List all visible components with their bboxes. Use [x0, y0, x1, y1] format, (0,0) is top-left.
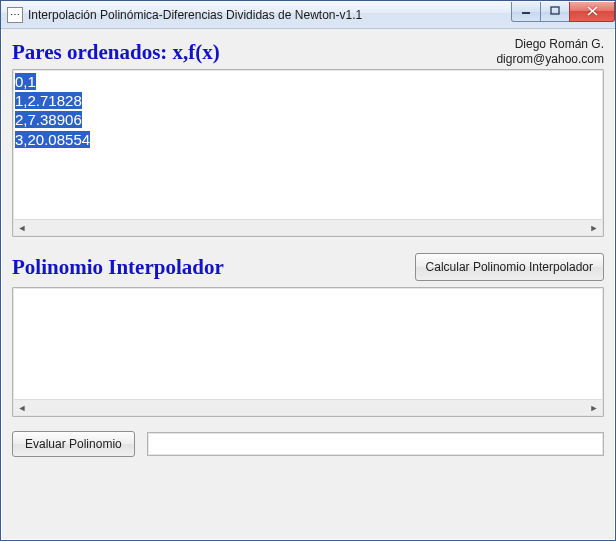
window-title: Interpolación Polinómica-Diferencias Div… — [28, 8, 512, 22]
pairs-line[interactable]: 0,1 — [15, 73, 36, 90]
pairs-textbox[interactable]: 0,11,2.718282,7.389063,20.08554 ◄ ► — [12, 69, 604, 237]
scroll-right-icon[interactable]: ► — [586, 400, 602, 415]
poly-hscrollbar[interactable]: ◄ ► — [14, 399, 602, 415]
scroll-right-icon[interactable]: ► — [586, 220, 602, 235]
poly-header-row: Polinomio Interpolador Calcular Polinomi… — [12, 253, 604, 281]
svg-rect-1 — [551, 7, 559, 14]
header-row: Pares ordenados: x,f(x) Diego Román G. d… — [12, 35, 604, 67]
scroll-left-icon[interactable]: ◄ — [14, 220, 30, 235]
minimize-button[interactable] — [511, 2, 541, 22]
eval-input[interactable] — [147, 432, 604, 456]
poly-content[interactable] — [13, 288, 603, 399]
calc-poly-button[interactable]: Calcular Polinomio Interpolador — [415, 253, 604, 281]
pairs-content[interactable]: 0,11,2.718282,7.389063,20.08554 — [13, 70, 603, 219]
maximize-button[interactable] — [540, 2, 570, 22]
close-icon — [587, 6, 598, 16]
pairs-line[interactable]: 1,2.71828 — [15, 92, 82, 109]
app-icon: ⋯ — [7, 7, 23, 23]
scroll-track[interactable] — [30, 400, 586, 415]
minimize-icon — [521, 6, 531, 16]
pairs-line[interactable]: 2,7.38906 — [15, 111, 82, 128]
titlebar[interactable]: ⋯ Interpolación Polinómica-Diferencias D… — [1, 1, 615, 29]
app-window: ⋯ Interpolación Polinómica-Diferencias D… — [0, 0, 616, 541]
client-area: Pares ordenados: x,f(x) Diego Román G. d… — [1, 29, 615, 540]
window-controls — [512, 2, 615, 22]
pairs-heading: Pares ordenados: x,f(x) — [12, 40, 220, 65]
pairs-line[interactable]: 3,20.08554 — [15, 131, 90, 148]
svg-rect-0 — [522, 12, 530, 14]
pairs-hscrollbar[interactable]: ◄ ► — [14, 219, 602, 235]
credits: Diego Román G. digrom@yahoo.com — [496, 35, 604, 67]
eval-poly-button[interactable]: Evaluar Polinomio — [12, 431, 135, 457]
scroll-track[interactable] — [30, 220, 586, 235]
poly-heading: Polinomio Interpolador — [12, 255, 224, 280]
eval-row: Evaluar Polinomio — [12, 431, 604, 457]
author-email: digrom@yahoo.com — [496, 52, 604, 67]
close-button[interactable] — [569, 2, 615, 22]
maximize-icon — [550, 6, 560, 16]
author-name: Diego Román G. — [496, 37, 604, 52]
poly-textbox[interactable]: ◄ ► — [12, 287, 604, 417]
scroll-left-icon[interactable]: ◄ — [14, 400, 30, 415]
